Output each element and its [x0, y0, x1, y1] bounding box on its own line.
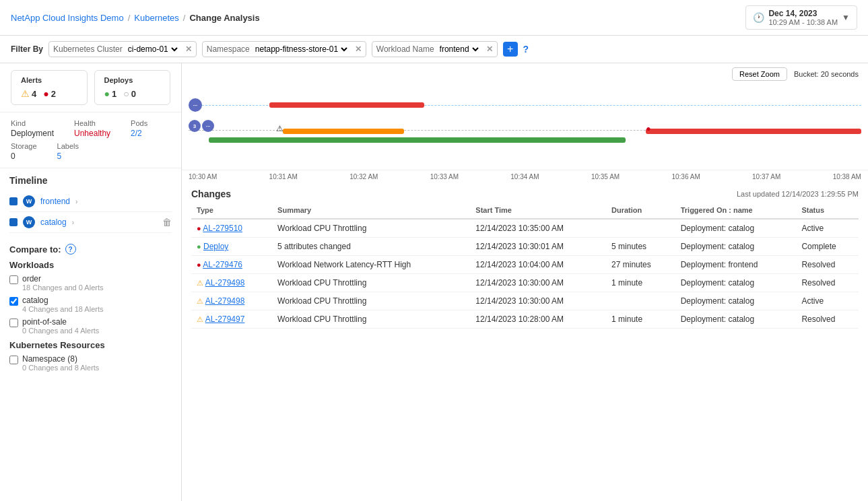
- alerts-warn-badge: ⚠ 4: [21, 88, 36, 99]
- catalog-timeline-row: 3 ··· ⚠ ●: [189, 119, 861, 156]
- delete-catalog-icon[interactable]: 🗑: [162, 217, 172, 228]
- cell-summary: Workload CPU Throttling: [272, 274, 470, 292]
- workload-select[interactable]: frontend: [437, 44, 481, 55]
- metric-pods: Pods 2/2: [131, 119, 147, 138]
- workload-pos-checkbox[interactable]: [9, 319, 18, 327]
- metric-labels: Labels 5: [57, 142, 79, 161]
- cell-start-time: 12/14/2023 10:30:00 AM: [470, 274, 606, 292]
- dropdown-arrow-icon[interactable]: ▼: [842, 13, 850, 22]
- workload-close-icon[interactable]: ✕: [486, 44, 493, 54]
- breadcrumb-item-2[interactable]: Kubernetes: [134, 13, 179, 23]
- reset-zoom-button[interactable]: Reset Zoom: [732, 67, 787, 81]
- frontend-badge: ···: [189, 98, 202, 112]
- datetime-section[interactable]: 🕐 Dec 14, 2023 10:29 AM - 10:38 AM ▼: [745, 5, 857, 30]
- warning-icon: ⚠: [21, 88, 30, 99]
- metrics-row: Kind Deployment Health Unhealthy Pods 2/…: [0, 112, 181, 168]
- col-duration: Duration: [606, 202, 675, 219]
- alert-link[interactable]: AL-279498: [205, 278, 245, 288]
- deploys-ok-count: 1: [112, 89, 116, 99]
- table-row: ● AL-279510 Workload CPU Throttling 12/1…: [191, 219, 859, 238]
- main-layout: Alerts ⚠ 4 ● 2 Deploys ●: [0, 63, 868, 501]
- cell-status: Resolved: [796, 256, 859, 274]
- metric-labels-value[interactable]: 5: [57, 152, 79, 161]
- cell-status: Active: [796, 292, 859, 310]
- alerts-card-title: Alerts: [21, 76, 77, 84]
- namespace-close-icon[interactable]: ✕: [355, 44, 362, 54]
- cell-triggered-on: Deployment: frontend: [675, 256, 797, 274]
- workload-catalog-sub: 4 Changes and 18 Alerts: [22, 305, 103, 313]
- metric-health-label: Health: [74, 119, 110, 127]
- namespace-checkbox[interactable]: [9, 356, 18, 364]
- filter-help-button[interactable]: ?: [523, 44, 529, 55]
- catalog-orange-bar: [283, 129, 404, 134]
- breadcrumb-current: Change Analysis: [189, 13, 259, 23]
- cell-triggered-on: Deployment: catalog: [675, 292, 797, 310]
- bucket-label: Bucket: 20 seconds: [794, 70, 859, 78]
- cluster-close-icon[interactable]: ✕: [185, 44, 192, 54]
- metric-storage: Storage 0: [11, 142, 37, 161]
- namespace-sub: 0 Changes and 8 Alerts: [22, 364, 99, 372]
- catalog-color-block: [9, 218, 18, 226]
- metric-storage-value: 0: [11, 152, 37, 161]
- alert-link[interactable]: Deploy: [203, 242, 228, 251]
- alerts-card[interactable]: Alerts ⚠ 4 ● 2: [11, 70, 88, 105]
- alerts-warn-count: 4: [32, 89, 36, 99]
- namespace-select[interactable]: netapp-fitness-store-01: [253, 44, 349, 55]
- namespace-label: Namespace: [207, 44, 250, 54]
- error-icon: ●: [43, 88, 48, 99]
- cell-start-time: 12/14/2023 10:28:00 AM: [470, 310, 606, 329]
- alerts-err-badge: ● 2: [43, 88, 56, 99]
- timeline-title: Timeline: [9, 175, 172, 186]
- cell-duration: 1 minute: [606, 310, 675, 329]
- timeline-row-catalog: W catalog › 🗑: [9, 212, 172, 233]
- catalog-warn-icon: ⚠: [276, 124, 283, 133]
- alert-link[interactable]: AL-279498: [205, 296, 245, 306]
- catalog-name[interactable]: catalog: [40, 218, 67, 227]
- deploys-card[interactable]: Deploys ● 1 ○ 0: [94, 70, 171, 105]
- breadcrumb-item-1[interactable]: NetApp Cloud Insights Demo: [11, 13, 124, 23]
- type-icon: ⚠: [197, 315, 203, 323]
- cell-duration: 5 minutes: [606, 238, 675, 256]
- catalog-green-bar: [209, 137, 626, 143]
- metric-storage-label: Storage: [11, 142, 37, 150]
- table-header-row: Type Summary Start Time Duration Trigger…: [191, 202, 859, 219]
- add-filter-button[interactable]: +: [503, 42, 518, 57]
- workload-filter-chip: Workload Name frontend ✕: [372, 41, 498, 57]
- table-row: ⚠ AL-279497 Workload CPU Throttling 12/1…: [191, 310, 859, 329]
- deploys-grey-badge: ○ 0: [123, 88, 136, 99]
- compare-section: Compare to: ? Workloads order 18 Changes…: [0, 237, 181, 382]
- namespace-row: Namespace (8) 0 Changes and 8 Alerts: [9, 354, 172, 372]
- time-label-8: 10:38 AM: [833, 173, 861, 180]
- deploys-card-body: ● 1 ○ 0: [104, 88, 161, 99]
- workload-pos-row: point-of-sale 0 Changes and 4 Alerts: [9, 317, 172, 335]
- cell-duration: 27 minutes: [606, 256, 675, 274]
- alert-link[interactable]: AL-279510: [203, 224, 242, 233]
- catalog-arrow-icon: ›: [72, 219, 74, 226]
- workload-catalog-row: catalog 4 Changes and 18 Alerts: [9, 296, 172, 313]
- summary-cards: Alerts ⚠ 4 ● 2 Deploys ●: [0, 63, 181, 112]
- metric-pods-value[interactable]: 2/2: [131, 129, 147, 138]
- cluster-select[interactable]: ci-demo-01: [125, 44, 180, 55]
- cell-status: Resolved: [796, 310, 859, 329]
- cell-start-time: 12/14/2023 10:30:01 AM: [470, 238, 606, 256]
- time-label-7: 10:37 AM: [752, 173, 780, 180]
- time-label-3: 10:33 AM: [430, 173, 459, 180]
- workload-catalog-checkbox[interactable]: [9, 297, 18, 306]
- metric-health-value: Unhealthy: [74, 129, 110, 138]
- cluster-filter-chip: Kubernetes Cluster ci-demo-01 ✕: [48, 41, 197, 57]
- changes-title: Changes: [191, 189, 231, 199]
- namespace-filter-chip: Namespace netapp-fitness-store-01 ✕: [202, 41, 366, 57]
- col-start-time: Start Time: [470, 202, 606, 219]
- table-row: ● Deploy 5 attributes changed 12/14/2023…: [191, 238, 859, 256]
- alert-link[interactable]: AL-279497: [205, 314, 245, 324]
- deploy-ok-icon: ●: [104, 88, 110, 99]
- col-status: Status: [796, 202, 859, 219]
- chart-controls: Reset Zoom Bucket: 20 seconds: [182, 63, 868, 85]
- workload-order-checkbox[interactable]: [9, 275, 18, 284]
- compare-help-icon[interactable]: ?: [65, 244, 76, 255]
- filter-by-label: Filter By: [11, 44, 43, 54]
- catalog-num-badge: 3: [189, 120, 201, 132]
- frontend-arrow-icon: ›: [75, 198, 77, 205]
- frontend-name[interactable]: frontend: [40, 197, 70, 206]
- alert-link[interactable]: AL-279476: [203, 260, 242, 269]
